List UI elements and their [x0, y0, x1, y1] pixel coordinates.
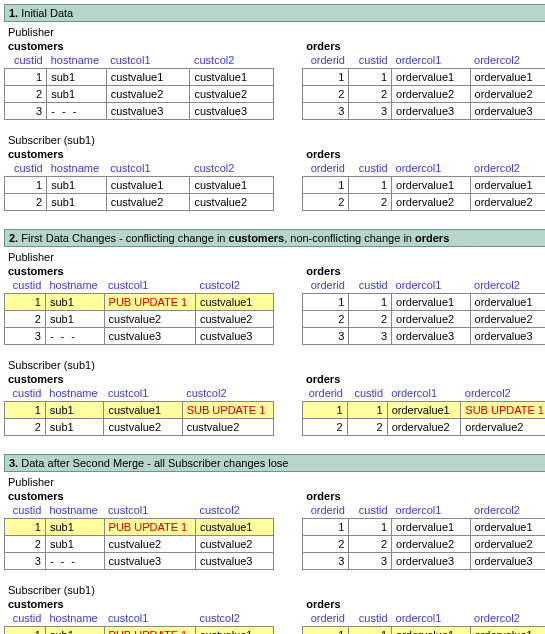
- table-row: 22ordervalue2ordervalue2: [303, 311, 545, 328]
- table-row: 2sub1custvalue2custvalue2: [5, 86, 274, 103]
- table-row: 11ordervalue1SUB UPDATE 1: [303, 402, 545, 419]
- table-title-customers: customers: [8, 148, 274, 160]
- col-header: custcol2: [182, 385, 273, 402]
- table-row: 1sub1custvalue1SUB UPDATE 1: [5, 402, 274, 419]
- role-label-publisher: Publisher: [8, 476, 545, 488]
- orders-table: orderidcustidordercol1ordercol211orderva…: [302, 610, 545, 634]
- col-header: custid: [5, 277, 46, 294]
- table-row: 1sub1PUB UPDATE 1custvalue1: [5, 519, 274, 536]
- col-header: ordercol2: [470, 160, 545, 177]
- table-title-orders: orders: [306, 373, 545, 385]
- col-header: ordercol2: [470, 52, 545, 69]
- role-label-subscriber: Subscriber (sub1): [8, 134, 545, 146]
- col-header: ordercol2: [470, 502, 545, 519]
- table-row: 11ordervalue1ordervalue1: [303, 294, 545, 311]
- table-row: 22ordervalue2ordervalue2: [303, 194, 545, 211]
- table-row: 11ordervalue1ordervalue1: [303, 627, 545, 635]
- col-header: ordercol1: [392, 502, 470, 519]
- col-header: orderid: [303, 385, 347, 402]
- table-row: 2sub1custvalue2custvalue2: [5, 419, 274, 436]
- section-header: 3. Data after Second Merge - all Subscri…: [4, 454, 545, 472]
- table-row: 2sub1custvalue2custvalue2: [5, 311, 274, 328]
- col-header: orderid: [303, 52, 349, 69]
- col-header: custid: [349, 160, 392, 177]
- col-header: custcol2: [195, 610, 273, 627]
- table-title-customers: customers: [8, 40, 274, 52]
- customers-table: custidhostnamecustcol1custcol21sub1custv…: [4, 160, 274, 211]
- table-row: 1sub1custvalue1custvalue1: [5, 69, 274, 86]
- table-title-orders: orders: [306, 40, 545, 52]
- table-row: 3- - -custvalue3custvalue3: [5, 553, 274, 570]
- publisher-tables: customerscustidhostnamecustcol1custcol21…: [4, 488, 545, 570]
- table-row: 1sub1PUB UPDATE 1custvalue1: [5, 627, 274, 635]
- table-row: 1sub1PUB UPDATE 1custvalue1: [5, 294, 274, 311]
- col-header: custid: [349, 52, 392, 69]
- role-label-publisher: Publisher: [8, 251, 545, 263]
- col-header: custcol2: [195, 277, 273, 294]
- col-header: custid: [349, 610, 392, 627]
- table-title-customers: customers: [8, 265, 274, 277]
- col-header: custcol1: [104, 502, 195, 519]
- table-row: 11ordervalue1ordervalue1: [303, 69, 545, 86]
- orders-table: orderidcustidordercol1ordercol211orderva…: [302, 277, 545, 345]
- col-header: ordercol1: [392, 610, 470, 627]
- table-row: 22ordervalue2ordervalue2: [303, 86, 545, 103]
- table-row: 22ordervalue2ordervalue2: [303, 536, 545, 553]
- table-row: 33ordervalue3ordervalue3: [303, 328, 545, 345]
- table-title-orders: orders: [306, 265, 545, 277]
- col-header: hostname: [45, 385, 104, 402]
- col-header: custcol2: [190, 52, 274, 69]
- col-header: custcol1: [104, 385, 182, 402]
- table-row: 3- - -custvalue3custvalue3: [5, 328, 274, 345]
- col-header: custcol2: [190, 160, 274, 177]
- col-header: custcol1: [104, 610, 195, 627]
- subscriber-tables: customerscustidhostnamecustcol1custcol21…: [4, 371, 545, 436]
- section-header: 1. Initial Data: [4, 4, 545, 22]
- table-row: 1sub1custvalue1custvalue1: [5, 177, 274, 194]
- role-label-publisher: Publisher: [8, 26, 545, 38]
- col-header: hostname: [45, 502, 104, 519]
- customers-table: custidhostnamecustcol1custcol21sub1PUB U…: [4, 610, 274, 634]
- orders-table: orderidcustidordercol1ordercol211orderva…: [302, 502, 545, 570]
- subscriber-tables: customerscustidhostnamecustcol1custcol21…: [4, 146, 545, 211]
- role-label-subscriber: Subscriber (sub1): [8, 584, 545, 596]
- col-header: custid: [5, 502, 46, 519]
- col-header: orderid: [303, 277, 349, 294]
- table-row: 3- - -custvalue3custvalue3: [5, 103, 274, 120]
- col-header: ordercol1: [392, 277, 470, 294]
- customers-table: custidhostnamecustcol1custcol21sub1PUB U…: [4, 277, 274, 345]
- col-header: custid: [5, 385, 46, 402]
- col-header: custid: [5, 610, 46, 627]
- table-row: 2sub1custvalue2custvalue2: [5, 536, 274, 553]
- publisher-tables: customerscustidhostnamecustcol1custcol21…: [4, 38, 545, 120]
- col-header: hostname: [45, 610, 104, 627]
- table-title-orders: orders: [306, 598, 545, 610]
- orders-table: orderidcustidordercol1ordercol211orderva…: [302, 160, 545, 211]
- col-header: ordercol1: [387, 385, 461, 402]
- table-row: 22ordervalue2ordervalue2: [303, 419, 545, 436]
- col-header: hostname: [47, 160, 106, 177]
- col-header: custid: [349, 277, 392, 294]
- role-label-subscriber: Subscriber (sub1): [8, 359, 545, 371]
- customers-table: custidhostnamecustcol1custcol21sub1custv…: [4, 52, 274, 120]
- table-row: 11ordervalue1ordervalue1: [303, 177, 545, 194]
- col-header: ordercol2: [470, 610, 545, 627]
- col-header: custcol1: [106, 160, 190, 177]
- col-header: ordercol1: [392, 160, 470, 177]
- table-title-orders: orders: [306, 490, 545, 502]
- col-header: custcol1: [106, 52, 190, 69]
- orders-table: orderidcustidordercol1ordercol211orderva…: [302, 52, 545, 120]
- table-title-customers: customers: [8, 598, 274, 610]
- col-header: custid: [349, 502, 392, 519]
- col-header: orderid: [303, 502, 349, 519]
- table-row: 11ordervalue1ordervalue1: [303, 519, 545, 536]
- col-header: hostname: [45, 277, 104, 294]
- table-row: 33ordervalue3ordervalue3: [303, 103, 545, 120]
- subscriber-tables: customerscustidhostnamecustcol1custcol21…: [4, 596, 545, 634]
- col-header: custcol2: [195, 502, 273, 519]
- col-header: custid: [347, 385, 387, 402]
- col-header: hostname: [47, 52, 106, 69]
- col-header: orderid: [303, 610, 349, 627]
- section-header: 2. First Data Changes - conflicting chan…: [4, 229, 545, 247]
- col-header: custid: [5, 160, 47, 177]
